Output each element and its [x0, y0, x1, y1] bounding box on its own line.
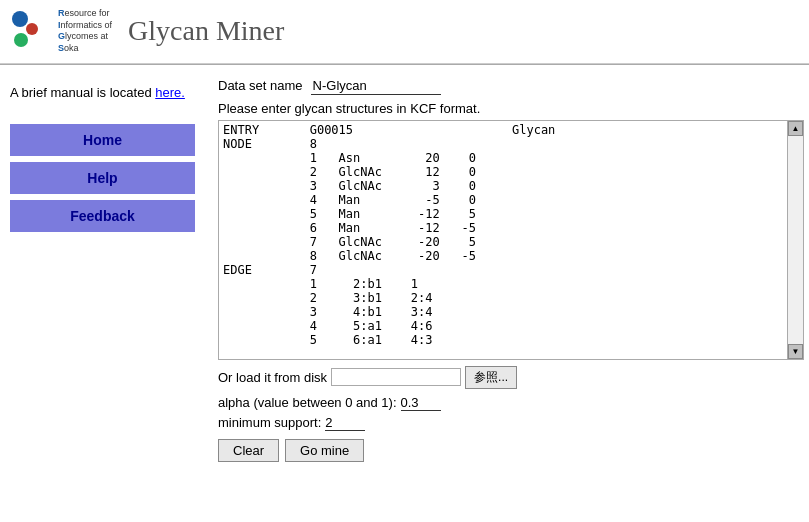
manual-prefix: A brief manual is located [10, 85, 155, 100]
dataset-label: Data set name [218, 78, 303, 93]
app-title: Glycan Miner [128, 15, 284, 47]
scroll-up-button[interactable]: ▲ [788, 121, 803, 136]
alpha-label: alpha (value between 0 and 1): [218, 395, 397, 410]
scrollbar: ▲ ▼ [788, 120, 804, 360]
min-support-input[interactable] [325, 415, 365, 431]
manual-area: A brief manual is located here. [0, 73, 210, 110]
main-area: A brief manual is located here. Home Hel… [0, 65, 809, 474]
browse-button[interactable]: 参照... [465, 366, 517, 389]
manual-link[interactable]: here. [155, 85, 185, 100]
go-mine-button[interactable]: Go mine [285, 439, 364, 462]
help-button[interactable]: Help [10, 162, 195, 194]
clear-button[interactable]: Clear [218, 439, 279, 462]
dataset-row: Data set name [218, 77, 804, 95]
feedback-button[interactable]: Feedback [10, 200, 195, 232]
content-area: Data set name Please enter glycan struct… [210, 73, 809, 466]
min-support-label: minimum support: [218, 415, 321, 430]
header: Resource for Informatics of Glycomes at … [0, 0, 809, 64]
kcf-label: Please enter glycan structures in KCF fo… [218, 101, 804, 116]
circle-green [14, 33, 28, 47]
home-button[interactable]: Home [10, 124, 195, 156]
logo-icon [12, 11, 52, 51]
alpha-input[interactable] [401, 395, 441, 411]
load-row: Or load it from disk 参照... [218, 366, 804, 389]
sidebar: Home Help Feedback [0, 110, 210, 246]
file-input[interactable] [331, 368, 461, 386]
manual-text: A brief manual is located here. [10, 79, 200, 110]
load-label: Or load it from disk [218, 370, 327, 385]
kcf-wrapper: ▲ ▼ [218, 120, 804, 360]
min-support-row: minimum support: [218, 415, 804, 431]
dataset-input[interactable] [311, 77, 441, 95]
left-column: A brief manual is located here. Home Hel… [0, 73, 210, 466]
circle-red [26, 23, 38, 35]
kcf-textarea[interactable] [218, 120, 788, 360]
logo-text: Resource for Informatics of Glycomes at … [58, 8, 112, 55]
alpha-row: alpha (value between 0 and 1): [218, 395, 804, 411]
circle-blue [12, 11, 28, 27]
action-row: Clear Go mine [218, 439, 804, 462]
scroll-down-button[interactable]: ▼ [788, 344, 803, 359]
logo-area: Resource for Informatics of Glycomes at … [12, 8, 112, 55]
